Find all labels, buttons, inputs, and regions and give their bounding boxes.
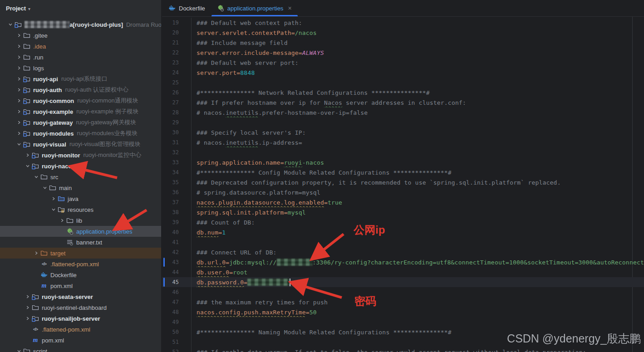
chevron-collapsed-icon[interactable] (58, 217, 66, 224)
chevron-collapsed-icon[interactable] (15, 97, 23, 104)
chevron-collapsed-icon[interactable] (15, 130, 23, 137)
tree-item-pom-xml[interactable]: mpom.xml (0, 335, 162, 346)
tree-item-lib[interactable]: lib (0, 215, 162, 226)
tree-item-ruoyi-sentinel-dashboard[interactable]: ruoyi-sentinel-dashboard (0, 302, 162, 313)
tree-item-ruoyi-monitor[interactable]: ruoyi-monitorruoyi-monitor监控中心 (0, 150, 162, 161)
code-text[interactable]: #*************** Network Related Configu… (191, 88, 644, 98)
code-text[interactable]: ### Include message field (191, 38, 644, 48)
code-text[interactable]: ### Specify local server's IP: (191, 127, 644, 137)
chevron-expanded-icon[interactable] (24, 162, 31, 170)
chevron-collapsed-icon[interactable] (24, 152, 31, 159)
code-text[interactable] (191, 147, 644, 157)
code-text[interactable]: nacos.config.push.maxRetryTime=50 (191, 307, 644, 317)
tab-application-properties[interactable]: application.properties× (211, 0, 299, 16)
chevron-expanded-icon[interactable] (49, 206, 57, 213)
chevron-collapsed-icon[interactable] (24, 304, 31, 311)
tree-item-ruoyi-seata-server[interactable]: ruoyi-seata-server (0, 291, 162, 302)
chevron-collapsed-icon[interactable] (24, 293, 31, 300)
tree-item-idea[interactable]: .idea (0, 41, 162, 52)
code-text[interactable]: ### Deprecated configuration property, i… (191, 177, 644, 187)
chevron-expanded-icon[interactable] (15, 347, 23, 352)
code-text[interactable]: ### Count of DB: (191, 217, 644, 227)
chevron-collapsed-icon[interactable] (32, 249, 40, 257)
tree-item-script[interactable]: script (0, 346, 162, 352)
tree-item-ruoyi-common[interactable]: ruoyi-commonruoyi-common通用模块 (0, 95, 162, 106)
project-panel-header[interactable]: Project ▾ (0, 0, 161, 16)
tree-item-flattened-pom-xml[interactable]: </>.flattened-pom.xml (0, 324, 162, 335)
tree-item-pom-xml[interactable]: mpom.xml (0, 280, 162, 291)
code-text[interactable] (191, 117, 644, 127)
code-text[interactable]: #*************** Config Module Related C… (191, 167, 644, 177)
tree-item-resources[interactable]: resources (0, 204, 162, 215)
chevron-collapsed-icon[interactable] (15, 54, 23, 61)
line-number: 36 (162, 189, 191, 196)
chevron-collapsed-icon[interactable] (15, 86, 23, 93)
tree-item-ruoyi-nacos[interactable]: ruoyi-nacos (0, 161, 162, 171)
tree-item-ruoyi-example[interactable]: ruoyi-exampleruoyi-example 例子模块 (0, 106, 162, 117)
code-text[interactable]: # nacos.inetutils.prefer-hostname-over-i… (191, 108, 644, 117)
code-text[interactable]: db.password.0= (191, 277, 644, 287)
tree-item-src[interactable]: src (0, 171, 162, 182)
code-text[interactable] (191, 78, 644, 88)
chevron-collapsed-icon[interactable] (49, 195, 57, 202)
tree-item-ruoyi-snailjob-server[interactable]: ruoyi-snailjob-server (0, 313, 162, 324)
code-text[interactable]: server.error.include-message=ALWAYS (191, 48, 644, 58)
code-line-24: 24server.port=8848 (162, 68, 644, 78)
tree-item-dockerfile[interactable]: Dockerfile (0, 269, 162, 280)
chevron-collapsed-icon[interactable] (24, 315, 31, 322)
chevron-collapsed-icon[interactable] (15, 75, 23, 83)
chevron-collapsed-icon[interactable] (15, 64, 23, 72)
chevron-expanded-icon[interactable] (41, 184, 49, 191)
close-icon[interactable]: × (286, 4, 293, 12)
code-text[interactable]: spring.sql.init.platform=mysql (191, 207, 644, 217)
code-text[interactable]: ### If prefer hostname over ip for Nacos… (191, 98, 644, 108)
tree-item-ruoyi-visual[interactable]: ruoyi-visualruoyi-visual图形化管理模块 (0, 139, 162, 150)
tree-item-ruoyi-modules[interactable]: ruoyi-modulesruoyi-modules业务模块 (0, 128, 162, 139)
tab-dockerfile[interactable]: Dockerfile (162, 0, 211, 16)
code-text[interactable]: server.port=8848 (191, 68, 644, 78)
tree-item-ruoyi-cloud-plus[interactable]: a [ruoyi-cloud-plus]Dromara Ruo (0, 19, 162, 30)
chevron-collapsed-icon[interactable] (15, 108, 23, 115)
code-text[interactable]: spring.application.name=ruoyi-nacos (191, 157, 644, 167)
chevron-expanded-icon[interactable] (6, 21, 14, 28)
chevron-collapsed-icon[interactable] (15, 119, 23, 126)
chevron-expanded-icon[interactable] (15, 141, 23, 148)
tree-item-ruoyi-api[interactable]: ruoyi-apiruoyi-api系统接口 (0, 73, 162, 84)
tree-item-run[interactable]: .run (0, 52, 162, 63)
code-text[interactable]: # nacos.inetutils.ip-address= (191, 137, 644, 147)
tree-item-main[interactable]: main (0, 182, 162, 193)
tree-item-java[interactable]: java (0, 193, 162, 204)
code-text[interactable]: ### Default web server port: (191, 58, 644, 68)
code-text[interactable] (191, 337, 644, 347)
code-text[interactable]: #*************** Naming Module Related C… (191, 327, 644, 337)
tree-item-banner-txt[interactable]: banner.txt (0, 237, 162, 248)
code-text[interactable]: ### Connect URL of DB: (191, 247, 644, 257)
tree-item-ruoyi-gateway[interactable]: ruoyi-gatewayruoyi-gateway网关模块 (0, 117, 162, 128)
code-area[interactable]: 19### Default web context path:20server.… (162, 17, 644, 352)
chevron-down-icon[interactable]: ▾ (28, 5, 30, 11)
tree-item-gitee[interactable]: .gitee (0, 30, 162, 41)
code-text[interactable] (191, 287, 644, 297)
code-line-41: 41 (162, 237, 644, 247)
code-text[interactable] (191, 237, 644, 247)
chevron-collapsed-icon[interactable] (15, 43, 23, 50)
tree-item-target[interactable]: target (0, 248, 162, 259)
code-text[interactable]: ### the maximum retry times for push (191, 297, 644, 307)
tree-item-label: ruoyi-modules (33, 130, 74, 137)
code-text[interactable] (191, 317, 644, 327)
code-text[interactable]: db.num=1 (191, 227, 644, 237)
tree-item-logs[interactable]: logs (0, 63, 162, 73)
code-text[interactable]: # spring.datasource.platform=mysql (191, 187, 644, 197)
chevron-expanded-icon[interactable] (32, 173, 40, 181)
tree-item-ruoyi-auth[interactable]: ruoyi-authruoyi-auth 认证授权中心 (0, 84, 162, 95)
code-text[interactable]: db.url.0=jdbc:mysql://:3306/ry-config?ch… (191, 257, 644, 267)
code-text[interactable]: ### If enable data warmup. If set to fal… (191, 347, 644, 352)
code-text[interactable]: server.servlet.contextPath=/nacos (191, 28, 644, 38)
chevron-collapsed-icon[interactable] (15, 32, 23, 39)
tree-item-flattened-pom-xml[interactable]: </>.flattened-pom.xml (0, 259, 162, 269)
code-text[interactable]: nacos.plugin.datasource.log.enabled=true (191, 197, 644, 207)
chevron-spacer (58, 228, 66, 235)
code-text[interactable]: db.user.0=root (191, 267, 644, 277)
tree-item-application-properties[interactable]: application.properties (0, 226, 162, 237)
code-text[interactable]: ### Default web context path: (191, 18, 644, 28)
